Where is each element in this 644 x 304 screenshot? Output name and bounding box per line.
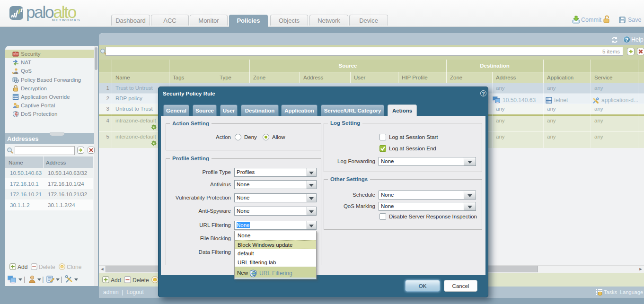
- svg-text:QoS: QoS: [12, 71, 18, 74]
